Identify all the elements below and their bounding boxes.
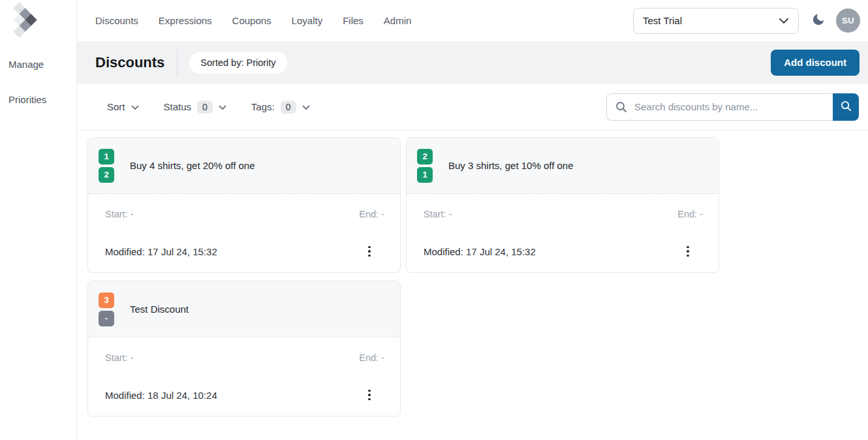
page-header: Discounts Sorted by: Priority Add discou… <box>77 41 868 84</box>
modified-date: Modified: 17 Jul 24, 15:32 <box>105 246 217 257</box>
card-menu-button[interactable] <box>679 243 696 260</box>
moon-icon <box>811 12 826 29</box>
priority-badge: 1 <box>417 167 433 183</box>
nav-item-loyalty[interactable]: Loyalty <box>292 15 323 26</box>
header-divider <box>177 50 178 76</box>
start-date: Start: - <box>105 209 134 219</box>
priority-badge: 2 <box>417 149 433 165</box>
search-button[interactable] <box>833 93 859 121</box>
tags-count-badge: 0 <box>281 101 296 114</box>
modified-row: Modified: 17 Jul 24, 15:32 <box>424 243 703 260</box>
status-label: Status <box>164 101 192 112</box>
discount-card[interactable]: 1 2 Buy 4 shirts, get 20% off one Start:… <box>87 137 401 273</box>
discount-title: Buy 3 shirts, get 10% off one <box>448 160 574 171</box>
search-icon <box>840 100 852 114</box>
priority-badges: 1 2 <box>99 149 114 183</box>
dates-row: Start: - End: - <box>424 209 703 219</box>
priority-badge: - <box>99 311 114 326</box>
sort-label: Sort <box>107 101 125 112</box>
chevron-down-icon <box>131 101 139 113</box>
discount-card-header: 1 2 Buy 4 shirts, get 20% off one <box>88 138 400 194</box>
chevron-down-icon <box>779 15 789 26</box>
chevron-down-icon <box>219 101 226 113</box>
discount-card-header: 3 - Test Discount <box>88 281 400 338</box>
end-date: End: - <box>677 209 703 219</box>
nav-item-files[interactable]: Files <box>343 15 364 26</box>
sidebar: Manage Priorities <box>0 0 77 440</box>
nav-item-discounts[interactable]: Discounts <box>95 15 138 26</box>
add-discount-button[interactable]: Add discount <box>771 50 860 76</box>
modified-row: Modified: 18 Jul 24, 10:24 <box>105 386 384 403</box>
topbar-right: Test Trial SU <box>633 8 860 34</box>
priority-badge: 1 <box>99 149 114 165</box>
kebab-icon <box>368 390 371 392</box>
discount-card-body: Start: - End: - Modified: 17 Jul 24, 15:… <box>407 194 719 260</box>
status-dropdown[interactable]: Status 0 <box>164 101 226 114</box>
discount-title: Buy 4 shirts, get 20% off one <box>130 160 255 171</box>
discount-card-body: Start: - End: - Modified: 17 Jul 24, 15:… <box>88 194 400 260</box>
discount-card-body: Start: - End: - Modified: 18 Jul 24, 10:… <box>88 338 400 403</box>
kebab-icon <box>368 246 371 249</box>
filter-bar: Sort Status 0 Tags: 0 <box>77 84 868 131</box>
nav-item-expressions[interactable]: Expressions <box>159 15 212 26</box>
top-navigation-bar: Discounts Expressions Coupons Loyalty Fi… <box>77 0 868 41</box>
discount-list: 1 2 Buy 4 shirts, get 20% off one Start:… <box>77 131 868 416</box>
start-date: Start: - <box>424 209 452 219</box>
tags-dropdown[interactable]: Tags: 0 <box>251 101 310 114</box>
sidebar-item-priorities[interactable]: Priorities <box>0 94 76 105</box>
workspace-select-value: Test Trial <box>643 15 682 26</box>
discount-card-header: 2 1 Buy 3 shirts, get 10% off one <box>407 138 719 194</box>
app-logo <box>10 3 41 39</box>
user-avatar[interactable]: SU <box>836 8 860 33</box>
priority-badge: 2 <box>99 167 114 183</box>
kebab-icon <box>687 246 689 249</box>
dates-row: Start: - End: - <box>105 353 384 363</box>
search-input[interactable] <box>606 93 833 121</box>
workspace-select[interactable]: Test Trial <box>633 8 799 34</box>
end-date: End: - <box>359 353 384 363</box>
end-date: End: - <box>359 209 384 219</box>
page-title: Discounts <box>95 54 164 71</box>
discount-card[interactable]: 3 - Test Discount Start: - End: - Modifi… <box>87 281 401 416</box>
dates-row: Start: - End: - <box>105 209 384 219</box>
dark-mode-toggle[interactable] <box>811 13 826 29</box>
priority-badges: 3 - <box>99 292 114 326</box>
discount-title: Test Discount <box>130 304 189 315</box>
tags-label: Tags: <box>251 101 275 112</box>
main-area: Discounts Expressions Coupons Loyalty Fi… <box>77 0 868 440</box>
search-group <box>606 93 859 121</box>
nav-item-coupons[interactable]: Coupons <box>232 15 271 26</box>
chevron-down-icon <box>302 101 310 113</box>
priority-badges: 2 1 <box>417 149 433 183</box>
priority-badge: 3 <box>99 292 114 308</box>
sorted-by-pill: Sorted by: Priority <box>189 52 287 74</box>
start-date: Start: - <box>105 353 134 363</box>
modified-row: Modified: 17 Jul 24, 15:32 <box>105 243 384 260</box>
top-nav: Discounts Expressions Coupons Loyalty Fi… <box>95 15 411 26</box>
status-count-badge: 0 <box>197 101 213 114</box>
modified-date: Modified: 18 Jul 24, 10:24 <box>105 390 217 401</box>
sidebar-item-manage[interactable]: Manage <box>0 59 76 70</box>
card-menu-button[interactable] <box>361 243 378 260</box>
discount-card[interactable]: 2 1 Buy 3 shirts, get 10% off one Start:… <box>406 137 719 273</box>
card-menu-button[interactable] <box>361 386 378 403</box>
sort-dropdown[interactable]: Sort <box>107 101 139 113</box>
cards-grid: 1 2 Buy 4 shirts, get 20% off one Start:… <box>87 137 868 416</box>
modified-date: Modified: 17 Jul 24, 15:32 <box>424 246 536 257</box>
nav-item-admin[interactable]: Admin <box>384 15 412 26</box>
